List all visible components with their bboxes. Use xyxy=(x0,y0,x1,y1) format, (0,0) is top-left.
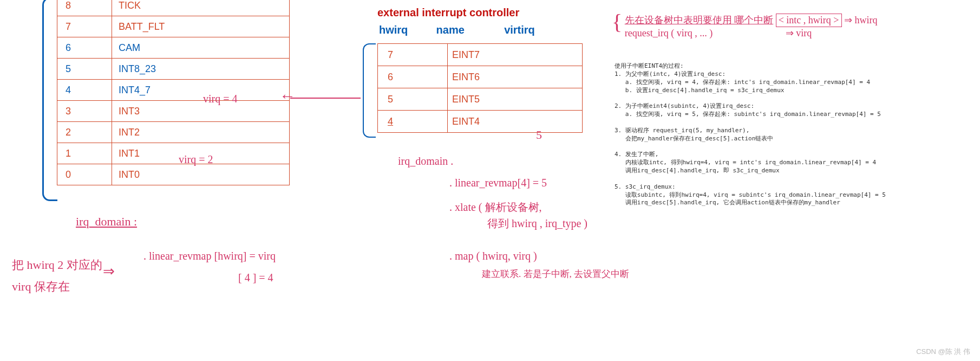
annotation-intc-box: < intc , hwirq > xyxy=(776,14,842,27)
annotation-map: . map ( hwirq, virq ) xyxy=(449,249,537,263)
cell-name: INT3 xyxy=(112,101,290,122)
cell-idx: 4 xyxy=(57,80,112,101)
external-interrupt-table: 7EINT76EINT65EINT54EINT4 xyxy=(377,43,583,133)
annotation-revmap-eq: . linear_revmap [hwirq] = virq xyxy=(143,249,276,263)
cell-name: EINT4 xyxy=(448,111,583,133)
table-row: 2INT2 xyxy=(57,122,290,143)
cell-idx: 2 xyxy=(57,122,112,143)
table-row: 0INT0 xyxy=(57,164,290,185)
annotation-linear-revmap: . linear_revmap[4] = 5 xyxy=(449,176,547,190)
annotation-to-virq: ⇒ virq xyxy=(786,28,812,38)
cell-idx: 6 xyxy=(57,37,112,59)
cell-name: EINT7 xyxy=(448,44,583,66)
cell-idx: 6 xyxy=(378,66,448,88)
annotation-xlate-l2: 得到 hwirq , irq_type ) xyxy=(487,217,587,230)
table-row: 3INT3 xyxy=(57,101,290,122)
cell-idx: 7 xyxy=(57,16,112,37)
annotation-irq-domain-mid: irq_domain . xyxy=(398,154,453,168)
annotation-irq-domain-left: irq_domain : xyxy=(76,214,137,229)
annotation-map-note: 建立联系. 若是子中断, 去设置父中断 xyxy=(482,268,629,280)
cell-idx: 8 xyxy=(57,0,112,16)
cell-name: BATT_FLT xyxy=(112,16,290,37)
interrupt-table: 8TICK7BATT_FLT6CAM5INT8_234INT4_73INT32I… xyxy=(57,0,290,185)
table-row: 1INT1 xyxy=(57,143,290,164)
annotation-map-line1: 把 hwirq 2 对应的 xyxy=(12,257,102,273)
annotation-xlate-l1: . xlate ( 解析设备树, xyxy=(449,201,542,214)
cell-name: INT8_23 xyxy=(112,59,290,80)
table-row: 4INT4_7 xyxy=(57,80,290,101)
cell-name: INT0 xyxy=(112,164,290,185)
cell-idx: 5 xyxy=(378,88,448,111)
cell-name: EINT5 xyxy=(448,88,583,111)
table-row: 7EINT7 xyxy=(378,44,583,66)
cell-idx: 4 xyxy=(378,111,448,133)
header-hwirq: hwirq xyxy=(379,24,433,36)
left-bracket xyxy=(42,0,57,201)
annotation-virq2: virq = 2 xyxy=(179,153,213,166)
annotation-map-line2: virq 保存在 xyxy=(12,279,70,294)
annotation-tr-line2: request_irq ( virq , ... ) xyxy=(625,28,713,38)
table-row: 5EINT5 xyxy=(378,88,583,111)
cell-idx: 7 xyxy=(378,44,448,66)
table-row: 8TICK xyxy=(57,0,290,16)
notes-block: 使用子中断EINT4的过程: 1. 为父中断(intc, 4)设置irq_des… xyxy=(615,62,886,207)
annotation-virq4: virq = 4 xyxy=(203,92,238,106)
cell-idx: 5 xyxy=(57,59,112,80)
table-row: 6EINT6 xyxy=(378,66,583,88)
annotation-to-hwirq: ⇒ hwirq xyxy=(844,15,878,25)
watermark: CSDN @陈 洪 伟 xyxy=(916,347,970,357)
arrow-icon: ⇒ xyxy=(103,263,115,281)
ext-headers: hwirq name virtirq xyxy=(379,24,535,36)
cell-name: CAM xyxy=(112,37,290,59)
annotation-top-right: { 先在设备树中表明要使用 哪个中断 < intc , hwirq > ⇒ hw… xyxy=(612,14,878,39)
header-name: name xyxy=(436,24,501,36)
annotation-tr-line1: 先在设备树中表明要使用 哪个中断 xyxy=(625,15,774,25)
cell-idx: 1 xyxy=(57,143,112,164)
table-row: 4EINT4 xyxy=(378,111,583,133)
arrow-left xyxy=(279,87,361,105)
cell-name: TICK xyxy=(112,0,290,16)
annotation-revmap-val: [ 4 ] = 4 xyxy=(238,271,273,285)
table-row: 5INT8_23 xyxy=(57,59,290,80)
brace-icon: { xyxy=(612,10,622,34)
annotation-five: 5 xyxy=(536,127,542,143)
header-virtirq: virtirq xyxy=(504,24,535,36)
cell-name: INT4_7 xyxy=(112,80,290,101)
cell-name: EINT6 xyxy=(448,66,583,88)
cell-idx: 3 xyxy=(57,101,112,122)
ext-title: external interrupt controller xyxy=(377,7,519,19)
cell-idx: 0 xyxy=(57,164,112,185)
table-row: 6CAM xyxy=(57,37,290,59)
table-row: 7BATT_FLT xyxy=(57,16,290,37)
ext-bracket xyxy=(363,43,376,138)
cell-name: INT2 xyxy=(112,122,290,143)
